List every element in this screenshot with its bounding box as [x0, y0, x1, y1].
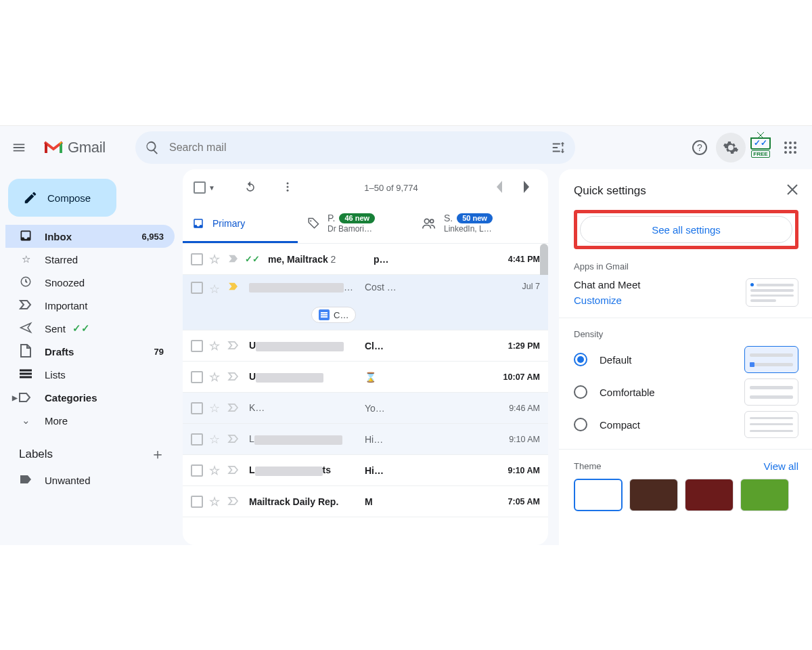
nav-snoozed[interactable]: Snoozed	[5, 271, 175, 294]
svg-text:?: ?	[697, 142, 702, 153]
star-toggle[interactable]: ☆	[207, 370, 222, 385]
star-toggle[interactable]: ☆	[207, 252, 222, 267]
message-subject: M	[361, 496, 490, 507]
message-row[interactable]: ☆ Mailtrack Daily Rep. M 7:05 AM	[183, 486, 548, 517]
message-subject: Hi…	[361, 465, 490, 476]
tab-promotions-sub: Dr Bamori…	[328, 224, 375, 234]
density-default-radio[interactable]: Default	[574, 353, 632, 366]
theme-swatch[interactable]	[574, 479, 623, 511]
support-button[interactable]: ?	[685, 133, 715, 162]
more-actions-button[interactable]	[281, 181, 294, 195]
importance-marker[interactable]	[226, 434, 241, 445]
message-row[interactable]: ☆ U Cl… 1:29 PM	[183, 330, 548, 362]
next-page-button[interactable]	[516, 181, 537, 195]
importance-marker[interactable]	[226, 465, 241, 476]
svg-point-14	[286, 189, 288, 191]
labels-heading: Labels	[19, 448, 53, 461]
tab-promotions[interactable]: P. 46 new Dr Bamori…	[298, 206, 413, 243]
star-toggle[interactable]: ☆	[207, 432, 222, 447]
gmail-logo[interactable]: Gmail	[38, 139, 111, 156]
label-unwanted[interactable]: Unwanted	[5, 469, 175, 492]
tab-social-sub: LinkedIn, L…	[444, 224, 493, 234]
message-time: 7:05 AM	[494, 497, 540, 506]
compose-button[interactable]: Compose	[8, 179, 116, 217]
search-options-icon[interactable]	[551, 140, 566, 155]
importance-marker[interactable]	[226, 372, 241, 383]
message-row[interactable]: ☆ Lts Hi… 9:10 AM	[183, 455, 548, 486]
refresh-button[interactable]	[244, 180, 257, 196]
theme-swatch[interactable]	[629, 479, 678, 511]
nav-important[interactable]: Important	[5, 294, 175, 317]
main-menu-button[interactable]	[4, 133, 34, 162]
row-checkbox[interactable]	[191, 253, 203, 265]
prev-page-button[interactable]	[489, 181, 510, 195]
app-header: Gmail ? ✓✓ FREE	[0, 126, 812, 169]
importance-marker[interactable]	[226, 496, 241, 507]
select-dropdown[interactable]: ▼	[208, 184, 215, 192]
row-checkbox[interactable]	[191, 371, 203, 383]
message-from: Lts	[245, 464, 357, 475]
density-compact-thumb	[744, 411, 798, 438]
mailtrack-extension-badge[interactable]: ✓✓ FREE	[747, 135, 774, 160]
message-row[interactable]: ☆ L Hi… 9:10 AM	[183, 424, 548, 455]
tab-primary[interactable]: Primary	[183, 206, 298, 243]
theme-view-all-link[interactable]: View all	[764, 460, 798, 472]
row-checkbox[interactable]	[191, 282, 203, 294]
svg-point-6	[789, 146, 792, 149]
nav-categories-label: Categories	[45, 392, 97, 404]
nav-starred[interactable]: ☆ Starred	[5, 248, 175, 271]
nav-categories[interactable]: ▶ Categories	[5, 386, 175, 409]
message-row[interactable]: ☆ K… Yo… 9:46 AM	[183, 393, 548, 424]
importance-marker[interactable]	[226, 282, 241, 292]
importance-marker[interactable]	[226, 254, 241, 265]
row-checkbox[interactable]	[191, 464, 203, 477]
search-input[interactable]	[168, 141, 543, 154]
importance-marker[interactable]	[226, 341, 241, 351]
settings-button[interactable]	[716, 133, 746, 162]
star-toggle[interactable]: ☆	[207, 401, 222, 416]
search-bar[interactable]	[135, 131, 575, 164]
select-all-checkbox[interactable]	[194, 181, 206, 194]
svg-point-13	[286, 186, 288, 188]
close-quick-settings-button[interactable]	[786, 183, 798, 199]
star-toggle[interactable]: ☆	[207, 339, 222, 353]
density-comfortable-radio[interactable]: Comfortable	[574, 385, 655, 399]
tab-social[interactable]: S. 50 new LinkedIn, L…	[413, 206, 528, 243]
more-vert-icon	[281, 181, 294, 193]
customize-apps-link[interactable]: Customize	[574, 295, 640, 306]
density-comfortable-row[interactable]: Comfortable	[574, 378, 798, 406]
see-all-settings-button[interactable]: See all settings	[580, 216, 792, 243]
svg-point-8	[784, 151, 787, 154]
nav-list: Inbox 6,953 ☆ Starred Snoozed	[5, 225, 175, 432]
message-row[interactable]: ☆ ✓✓ me, Mailtrack 2 p… 4:41 PM	[183, 244, 548, 275]
nav-drafts[interactable]: Drafts 79	[5, 340, 175, 363]
row-checkbox[interactable]	[191, 433, 203, 446]
nav-inbox[interactable]: Inbox 6,953	[5, 225, 175, 248]
row-checkbox[interactable]	[191, 340, 203, 352]
density-compact-row[interactable]: Compact	[574, 411, 798, 438]
google-apps-button[interactable]	[775, 133, 805, 162]
nav-sent-label: Sent	[45, 323, 66, 334]
density-compact-radio[interactable]: Compact	[574, 418, 640, 431]
theme-swatch[interactable]	[685, 479, 734, 511]
people-icon	[422, 217, 436, 230]
star-toggle[interactable]: ☆	[207, 494, 222, 509]
theme-swatch[interactable]	[740, 479, 789, 511]
add-label-button[interactable]: ＋	[150, 444, 165, 464]
message-row[interactable]: ☆ z… Cost … Jul 7 C…	[183, 275, 548, 330]
svg-point-2	[784, 142, 787, 144]
label-icon	[19, 475, 32, 486]
row-checkbox[interactable]	[191, 496, 203, 508]
row-checkbox[interactable]	[191, 402, 203, 414]
star-toggle[interactable]: ☆	[207, 463, 222, 478]
nav-lists[interactable]: Lists	[5, 363, 175, 386]
message-row[interactable]: ☆ U ⌛ 10:07 AM	[183, 362, 548, 393]
message-subject: Cost …	[361, 282, 490, 292]
draft-icon	[19, 344, 32, 360]
attachment-chip[interactable]: C…	[311, 307, 356, 323]
density-default-row[interactable]: Default	[574, 346, 798, 373]
importance-marker[interactable]	[226, 403, 241, 414]
nav-sent[interactable]: Sent ✓✓	[5, 317, 175, 340]
nav-more[interactable]: ⌄ More	[5, 409, 175, 432]
star-toggle[interactable]: ☆	[207, 282, 222, 297]
